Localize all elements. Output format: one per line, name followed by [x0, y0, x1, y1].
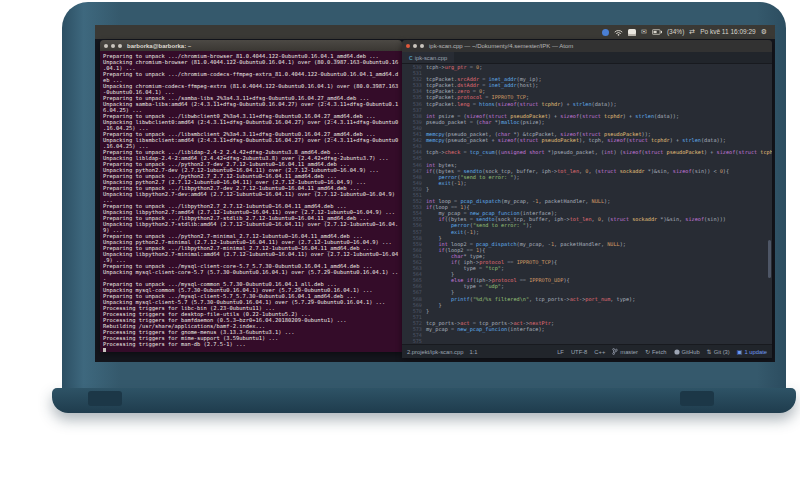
status-git-branch[interactable]: master	[612, 348, 638, 355]
editor-scrollbar[interactable]	[768, 240, 771, 278]
battery-percentage[interactable]: (34%)	[667, 25, 684, 39]
atom-window-title: ipk-scan.cpp — ~/Dokumenty/4.semester/IP…	[429, 43, 573, 49]
terminal-line: Unpacking libpython2.7-stdlib:amd64 (2.7…	[103, 221, 399, 227]
laptop-screen-bezel: ✉ (34%) ⇄ Po kvě 11 16:09:29 ⚙	[62, 2, 786, 390]
code-line: 542memcpy(pseudo_packet + sizeof(struct …	[402, 137, 772, 143]
terminal-window: barborka@barborka: ~ Preparing to unpack…	[100, 40, 402, 352]
status-updates[interactable]: ▣1 update	[737, 348, 767, 355]
status-file-path[interactable]: 2.projekt/ipk-scan.cpp	[407, 349, 463, 355]
bluetooth-icon[interactable]	[602, 29, 609, 36]
tab-ipk-scan-cpp[interactable]: C ipk-scan.cpp	[402, 52, 454, 63]
terminal-line: Unpacking chromium-browser (81.0.4044.12…	[103, 59, 399, 65]
wifi-icon[interactable]	[614, 29, 623, 36]
maximize-button[interactable]	[118, 44, 122, 48]
close-button[interactable]	[104, 44, 108, 48]
laptop-base	[52, 388, 796, 413]
minimize-button[interactable]	[413, 44, 417, 48]
github-icon	[674, 349, 680, 355]
terminal-title: barborka@barborka: ~	[127, 43, 191, 49]
package-icon: ▣	[737, 348, 743, 355]
terminal-line: Unpacking libpython2.7-dev:amd64 (2.7.12…	[103, 191, 399, 197]
laptop-hinge-left	[88, 391, 122, 406]
terminal-titlebar[interactable]: barborka@barborka: ~	[100, 40, 402, 51]
status-bar: 2.projekt/ipk-scan.cpp 1:1 LFUTF-8C++mas…	[402, 344, 772, 358]
status-encoding[interactable]: UTF-8	[571, 349, 587, 355]
close-button[interactable]	[406, 44, 410, 48]
status-git-changes[interactable]: ⇅Git (3)	[707, 348, 730, 355]
terminal-prompt-line	[103, 347, 399, 352]
indicator-tray: ✉ (34%) ⇄ Po kvě 11 16:09:29 ⚙	[602, 25, 775, 39]
battery-icon[interactable]	[652, 29, 662, 35]
laptop-hinge-right	[680, 391, 714, 406]
status-fetch[interactable]: ↻Fetch	[645, 348, 667, 355]
branch-icon	[612, 348, 618, 355]
status-cursor-position[interactable]: 1:1	[469, 349, 477, 355]
status-line-ending[interactable]: LF	[557, 349, 564, 355]
atom-editor-window: ipk-scan.cpp — ~/Dokumenty/4.semester/IP…	[402, 40, 772, 358]
sync-icon: ↻	[645, 348, 650, 355]
tab-bar: C ipk-scan.cpp	[402, 52, 772, 64]
keyboard-layout-icon[interactable]	[628, 29, 636, 36]
terminal-output[interactable]: Preparing to unpack .../chromium-browser…	[100, 51, 402, 352]
system-top-bar: ✉ (34%) ⇄ Po kvě 11 16:09:29 ⚙	[95, 25, 775, 39]
terminal-line: Unpacking samba-libs:amd64 (2:4.3.11+dfs…	[103, 101, 399, 107]
git-diff-icon: ⇅	[707, 348, 712, 355]
terminal-line: Unpacking mysql-client-core-5.7 (5.7.30-…	[103, 269, 399, 275]
maximize-button[interactable]	[420, 44, 424, 48]
code-editor[interactable]: 530tcph->urg_ptr = 0;531532tcpPacket.src…	[402, 64, 772, 345]
minimize-button[interactable]	[111, 44, 115, 48]
code-line: 544tcph->check = tcp_csum((unsigned shor…	[402, 149, 772, 155]
tab-label: ipk-scan.cpp	[415, 55, 448, 61]
cpp-file-icon: C	[409, 55, 413, 61]
mail-icon[interactable]: ✉	[641, 25, 647, 39]
terminal-line: Unpacking libpython2.7-minimal:amd64 (2.…	[103, 251, 399, 257]
network-icon[interactable]: ⇄	[689, 25, 695, 39]
laptop-mockup: ✉ (34%) ⇄ Po kvě 11 16:09:29 ⚙	[0, 0, 800, 477]
status-grammar[interactable]: C++	[594, 349, 605, 355]
status-github[interactable]: GitHub	[674, 349, 700, 355]
terminal-line: Preparing to unpack .../chromium-codecs-…	[103, 71, 399, 77]
session-gear-icon[interactable]: ⚙	[761, 25, 767, 39]
ubuntu-desktop: ✉ (34%) ⇄ Po kvě 11 16:09:29 ⚙	[95, 25, 775, 362]
clock[interactable]: Po kvě 11 16:09:29	[700, 25, 756, 39]
atom-titlebar[interactable]: ipk-scan.cpp — ~/Dokumenty/4.semester/IP…	[402, 40, 772, 52]
terminal-cursor	[103, 348, 106, 352]
